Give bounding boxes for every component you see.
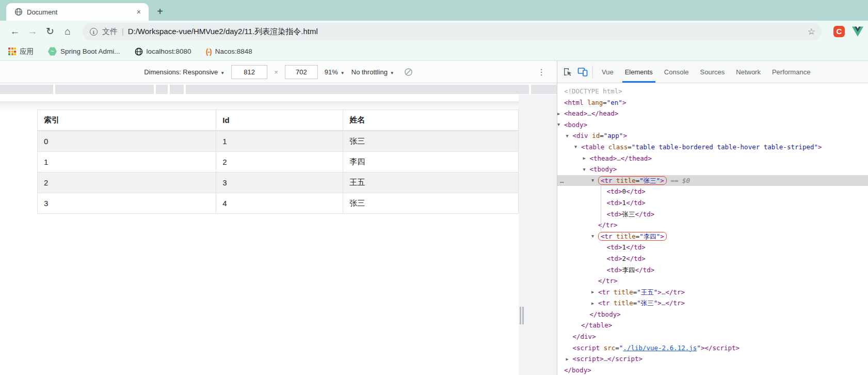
expanded-arrow-icon[interactable]: ▼ <box>557 119 564 131</box>
table-cell: 王五 <box>343 173 519 193</box>
dom-tree-line[interactable]: <td>0</td> <box>557 186 868 197</box>
expanded-arrow-icon[interactable]: ▼ <box>591 231 598 242</box>
table-cell: 张三 <box>343 131 519 152</box>
table-row[interactable]: 34张三 <box>38 193 519 214</box>
table-row[interactable]: 01张三 <box>38 131 519 152</box>
dom-tree-line[interactable]: </body> <box>557 365 868 375</box>
url-separator: | <box>122 27 124 36</box>
table-cell: 3 <box>38 193 216 214</box>
page-info-icon[interactable]: i <box>90 28 98 36</box>
collapsed-arrow-icon[interactable]: ▶ <box>591 287 598 298</box>
globe-favicon-icon <box>14 8 23 16</box>
devtools-tab-network[interactable]: Network <box>730 61 766 83</box>
dom-tree-line[interactable]: ▼<tbody> <box>557 164 868 175</box>
dom-tree-line[interactable]: <td>2</td> <box>557 253 868 264</box>
new-tab-button[interactable]: + <box>153 5 167 19</box>
dom-tree-line[interactable]: ▶<head>…</head> <box>557 108 868 119</box>
dom-tree-line[interactable]: </tr> <box>557 275 868 287</box>
dom-tree-line[interactable]: <td>张三</td> <box>557 209 868 220</box>
reload-icon[interactable]: ↻ <box>41 23 59 40</box>
chevron-down-icon: ▼ <box>220 71 224 75</box>
viewport-top-shadow <box>0 101 519 110</box>
bookmark-label: 应用 <box>20 47 34 56</box>
bookmark-item[interactable]: ~Spring Boot Admi... <box>48 47 120 56</box>
devtools-tab-performance[interactable]: Performance <box>766 61 816 83</box>
collapsed-arrow-icon[interactable]: ▶ <box>566 354 573 365</box>
table-row[interactable]: 23王五 <box>38 173 519 193</box>
globe-icon <box>135 48 143 56</box>
dom-tree-line[interactable]: <td>李四</td> <box>557 264 868 276</box>
forward-icon[interactable]: → <box>24 23 41 40</box>
device-toolbar-toggle-icon[interactable] <box>577 67 588 77</box>
dom-tree-line[interactable]: </tr> <box>557 220 868 231</box>
dom-tree-line-selected[interactable]: ▼…<tr title="张三"> == $0 <box>557 175 868 186</box>
spring-boot-icon: ~ <box>48 47 57 56</box>
dom-tree-line[interactable]: </table> <box>557 320 868 331</box>
browser-tab[interactable]: Document × <box>6 3 149 21</box>
table-header-cell: Id <box>216 110 343 131</box>
toolbar-divider <box>592 66 593 78</box>
zoom-select[interactable]: 91%▼ <box>325 68 345 76</box>
bookmark-star-icon[interactable]: ☆ <box>808 26 815 37</box>
collapsed-arrow-icon[interactable]: ▶ <box>591 298 598 309</box>
dom-tree-line[interactable]: <!DOCTYPE html> <box>557 86 868 97</box>
back-icon[interactable]: ← <box>6 23 24 40</box>
bookmark-item[interactable]: localhost:8080 <box>135 48 191 56</box>
dimensions-select[interactable]: Dimensions: Responsive▼ <box>144 68 224 76</box>
devtools-tab-console[interactable]: Console <box>658 61 695 83</box>
viewport-width-input[interactable] <box>231 65 267 79</box>
dom-tree-line[interactable]: <td>1</td> <box>557 197 868 209</box>
table-cell: 2 <box>216 152 343 173</box>
dom-tree-line[interactable]: <td>1</td> <box>557 242 868 253</box>
dom-mutation-highlight-box: <tr title="李四"> <box>598 232 667 241</box>
table-body: 01张三12李四23王五34张三 <box>38 131 519 214</box>
dom-tree-line[interactable]: </div> <box>557 331 868 342</box>
device-toolbar-menu-icon[interactable]: ⋮ <box>537 67 545 77</box>
inspect-element-icon[interactable] <box>562 67 573 77</box>
devtools-tab-vue[interactable]: Vue <box>596 61 619 83</box>
collapsed-arrow-icon[interactable]: ▶ <box>557 108 564 120</box>
expanded-arrow-icon[interactable]: ▼ <box>583 164 590 176</box>
dom-tree-line[interactable]: <html lang="en"> <box>557 97 868 108</box>
home-icon[interactable]: ⌂ <box>59 23 76 40</box>
bookmark-item[interactable]: (-)Nacos:8848 <box>206 48 252 56</box>
dom-tree-line[interactable]: <script src="./lib/vue-2.6.12.js"></scri… <box>557 342 868 354</box>
rendered-data-table: 索引Id姓名 01张三12李四23王五34张三 <box>37 110 519 214</box>
table-cell: 4 <box>216 193 343 214</box>
expanded-arrow-icon[interactable]: ▼ <box>566 131 573 142</box>
throttling-select[interactable]: No throttling▼ <box>351 68 394 76</box>
dom-tree-line[interactable]: ▶<tr title="张三">…</tr> <box>557 298 868 309</box>
table-row[interactable]: 12李四 <box>38 152 519 173</box>
tab-close-icon[interactable]: × <box>134 7 143 17</box>
url-bar[interactable]: i 文件 | D:/Workspace-vue/HMVue2/day2/11.列… <box>83 23 822 40</box>
expanded-arrow-icon[interactable]: ▼ <box>591 175 598 186</box>
node-options-ellipsis[interactable]: … <box>560 175 565 186</box>
devtools-tab-elements[interactable]: Elements <box>619 61 658 83</box>
dom-tree-line[interactable]: ▼<table class="table table-bordered tabl… <box>557 142 868 153</box>
extension-c-button[interactable]: C <box>833 25 845 38</box>
bookmark-label: Nacos:8848 <box>215 48 252 55</box>
elements-dom-tree: <!DOCTYPE html><html lang="en">▶<head>…<… <box>557 83 868 375</box>
url-text[interactable]: D:/Workspace-vue/HMVue2/day2/11.列表渲染指令.h… <box>128 27 808 37</box>
vue-logo-icon <box>852 26 863 37</box>
browser-toolbar: ← → ↻ ⌂ i 文件 | D:/Workspace-vue/HMVue2/d… <box>0 21 868 42</box>
viewport-height-input[interactable] <box>285 65 318 79</box>
expanded-arrow-icon[interactable]: ▼ <box>574 142 581 153</box>
devtools-tab-sources[interactable]: Sources <box>695 61 731 83</box>
dom-tree-line[interactable]: ▶<script>…</script> <box>557 353 868 365</box>
table-cell: 1 <box>38 152 216 173</box>
bookmark-item[interactable]: 应用 <box>8 47 34 56</box>
dom-tree-line[interactable]: ▼<body> <box>557 119 868 131</box>
vue-devtools-extension-button[interactable] <box>851 25 864 38</box>
table-cell: 3 <box>216 173 343 193</box>
viewport-resize-handle[interactable] <box>520 307 524 324</box>
dom-tree-line[interactable]: ▶<tr title="王五">…</tr> <box>557 287 868 298</box>
dom-tree-line[interactable]: ▼<div id="app"> <box>557 130 868 142</box>
rotate-viewport-icon[interactable] <box>404 68 413 76</box>
dom-tree-line[interactable]: ▶<thead>…</thead> <box>557 153 868 164</box>
dom-tree-line[interactable]: </tbody> <box>557 309 868 320</box>
collapsed-arrow-icon[interactable]: ▶ <box>583 153 590 164</box>
media-query-bar[interactable] <box>0 85 557 94</box>
tab-title: Document <box>27 8 134 16</box>
dom-tree-line[interactable]: ▼<tr title="李四"> <box>557 231 868 242</box>
